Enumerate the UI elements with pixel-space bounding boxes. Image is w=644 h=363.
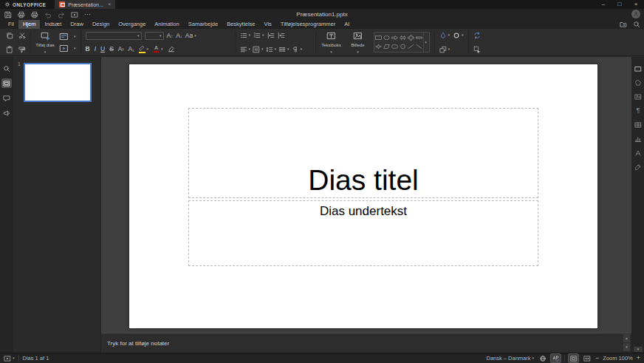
zoom-in-button[interactable]: + [637, 355, 640, 362]
numbered-list-dropdown[interactable]: ▾ [253, 32, 264, 39]
undo-icon[interactable] [44, 11, 52, 18]
tab-animation[interactable]: Animation [150, 20, 183, 29]
signature-settings-button[interactable] [633, 162, 643, 172]
print-icon[interactable] [18, 11, 25, 18]
zoom-out-button[interactable]: − [595, 355, 599, 362]
shape-oval-icon[interactable] [400, 44, 406, 50]
paste-icon[interactable] [6, 46, 13, 53]
slide-title-placeholder[interactable]: Dias titel [188, 108, 538, 198]
tab-draw[interactable]: Draw [66, 20, 88, 29]
shape-ellipse-icon[interactable] [383, 35, 390, 41]
shape-rounded-rectangle-icon[interactable] [391, 44, 398, 50]
slide-thumbnail[interactable] [24, 63, 92, 102]
spell-check-toggle[interactable] [551, 354, 561, 362]
decrease-font-size-button[interactable]: A↓ [176, 33, 182, 39]
window-close-button[interactable]: × [628, 0, 644, 9]
copy-icon[interactable] [6, 32, 13, 39]
slide-settings-button[interactable] [633, 64, 643, 73]
shape-gallery-more-button[interactable]: ▾ [423, 33, 428, 52]
line-spacing-dropdown[interactable]: ▾ [266, 46, 277, 53]
tab-indsaet[interactable]: Indsæt [40, 20, 66, 29]
text-direction-dropdown[interactable]: ▾ [292, 46, 303, 53]
start-slideshow-statusbar-button[interactable]: ▾ [4, 355, 15, 362]
slide-theme-dropdown[interactable]: ▾ [59, 44, 76, 53]
previous-slide-button[interactable]: ▴ [623, 334, 630, 342]
quick-print-icon[interactable] [31, 11, 38, 18]
slide-subtitle-placeholder[interactable]: Dias undertekst [188, 200, 538, 266]
italic-button[interactable]: I [95, 46, 96, 52]
strikethrough-button[interactable]: S [109, 46, 114, 52]
comments-button[interactable] [1, 93, 12, 103]
increase-font-size-button[interactable]: A↑ [167, 33, 174, 39]
add-slide-button[interactable]: Tilføj dias ▾ [35, 31, 55, 54]
tab-samarbejde[interactable]: Samarbejde [184, 20, 222, 29]
decrease-indent-icon[interactable] [267, 32, 275, 39]
window-minimize-button[interactable]: – [595, 0, 612, 9]
font-size-combo[interactable]: ▾ [145, 32, 164, 40]
tab-fil[interactable]: Fil [4, 20, 18, 29]
shape-minus-icon[interactable] [416, 35, 422, 41]
shape-line-icon[interactable] [408, 44, 414, 50]
tab-hjem[interactable]: Hjem [18, 20, 41, 29]
shape-rectangle-icon[interactable] [375, 35, 382, 41]
highlight-color-dropdown[interactable]: ▾ [139, 45, 149, 53]
increase-indent-icon[interactable] [278, 32, 285, 39]
textart-settings-button[interactable] [633, 148, 643, 157]
customize-quick-access-icon[interactable]: ⋯ [84, 11, 91, 18]
tab-close-icon[interactable]: × [108, 1, 112, 7]
shape-diagonal-line-icon[interactable] [416, 44, 422, 50]
search-icon[interactable] [633, 21, 640, 28]
vertical-align-dropdown[interactable]: ▾ [253, 46, 264, 53]
table-settings-button[interactable] [633, 120, 643, 129]
tab-tilfoejelsesprogrammer[interactable]: Tilføjelsesprogrammer [276, 20, 340, 29]
language-selector[interactable]: Dansk – Danmark ▾ [486, 355, 534, 362]
next-slide-button[interactable]: ▾ [623, 343, 630, 351]
feedback-button[interactable] [1, 108, 12, 118]
notes-area[interactable]: Tryk for at tilføje notater ▴ ▾ [101, 333, 631, 353]
underline-button[interactable]: U [100, 46, 105, 52]
shape-outline-dropdown[interactable]: ▾ [453, 32, 464, 39]
replace-icon[interactable] [473, 32, 481, 39]
document-tab[interactable]: Præsentation... × [55, 0, 115, 9]
open-file-location-icon[interactable] [620, 21, 627, 28]
insert-image-button[interactable]: Billede ▾ [347, 31, 369, 54]
columns-dropdown[interactable]: ▾ [278, 46, 290, 53]
shape-gallery[interactable]: ▾ [374, 32, 430, 52]
set-language-button[interactable] [538, 354, 547, 362]
cut-icon[interactable] [18, 32, 26, 39]
shape-plus-icon[interactable] [408, 35, 414, 41]
image-settings-button[interactable] [633, 92, 643, 101]
shape-arrow-leftright-icon[interactable] [400, 35, 406, 41]
change-case-dropdown[interactable]: Aa ▾ [185, 33, 196, 39]
chart-settings-button[interactable] [633, 134, 643, 143]
window-maximize-button[interactable]: □ [612, 0, 628, 9]
subscript-button[interactable]: A₂ [129, 46, 134, 52]
tab-design[interactable]: Design [88, 20, 114, 29]
bold-button[interactable]: B [86, 46, 90, 52]
insert-textbox-button[interactable]: Tekstboks ▾ [321, 31, 343, 54]
slides-panel-button[interactable] [1, 78, 12, 88]
right-panel-collapse-button[interactable]: ▾ [634, 347, 643, 352]
tab-vis[interactable]: Vis [260, 20, 276, 29]
superscript-button[interactable]: A² [118, 46, 124, 52]
tab-overgange[interactable]: Overgange [114, 20, 150, 29]
shape-arrow-right-icon[interactable] [391, 35, 398, 41]
shape-parallelogram-icon[interactable] [383, 44, 390, 50]
fit-to-slide-button[interactable] [569, 354, 578, 362]
bullet-list-dropdown[interactable]: ▾ [240, 32, 251, 39]
start-slideshow-icon[interactable] [71, 11, 78, 18]
slide[interactable]: Dias titel Dias undertekst [129, 64, 597, 328]
shape-fill-dropdown[interactable]: ▾ [439, 32, 451, 39]
user-avatar[interactable] [631, 10, 640, 18]
tab-beskyttelse[interactable]: Beskyttelse [222, 20, 259, 29]
select-all-icon[interactable] [473, 46, 481, 53]
slide-layout-dropdown[interactable]: ▾ [59, 32, 76, 41]
tab-ai[interactable]: AI [340, 20, 354, 29]
font-color-dropdown[interactable]: A ▾ [153, 45, 163, 52]
clear-style-icon[interactable] [168, 45, 175, 52]
arrange-dropdown[interactable]: ▾ [439, 46, 451, 53]
find-button[interactable] [1, 64, 12, 73]
horizontal-align-dropdown[interactable]: ▾ [240, 46, 251, 53]
shape-settings-button[interactable] [633, 78, 643, 87]
format-painter-icon[interactable] [18, 46, 26, 53]
